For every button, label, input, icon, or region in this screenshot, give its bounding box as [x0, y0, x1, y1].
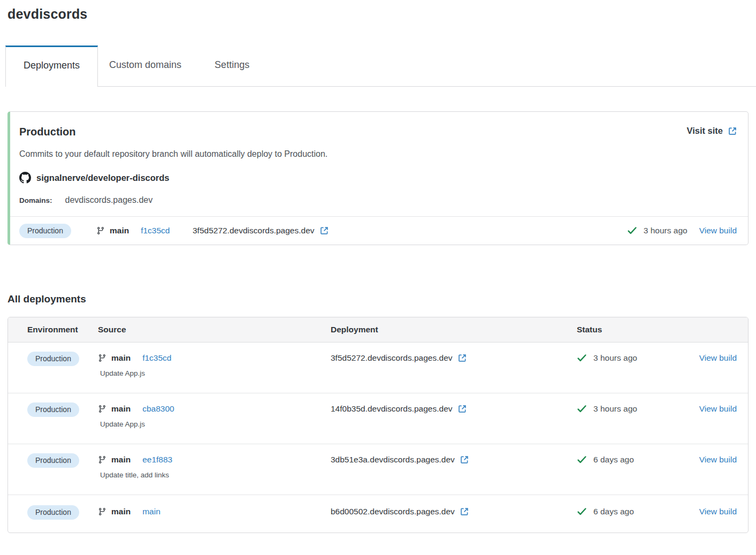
status-cell: 3 hours ago [577, 404, 694, 414]
tab-deployments[interactable]: Deployments [5, 45, 98, 87]
status-cell: 3 hours ago View build [627, 226, 737, 235]
actions-cell: View build [694, 507, 737, 516]
deployment-time: 3 hours ago [644, 226, 688, 235]
production-card-header: Production Visit site [19, 126, 737, 138]
success-check-icon [627, 226, 637, 235]
deployments-table: Environment Source Deployment Status Pro… [7, 317, 749, 533]
tab-settings-label: Settings [215, 59, 249, 70]
table-row: Production main main b6d00502.devdiscord… [8, 495, 748, 533]
column-header-environment: Environment [27, 325, 98, 334]
actions-cell: View build [694, 353, 737, 363]
domains-value: devdiscords.pages.dev [65, 195, 153, 205]
branch-name: main [110, 226, 129, 235]
production-card-body: Production Visit site Commits to your de… [10, 112, 748, 205]
external-link-icon [728, 126, 737, 136]
deployment-url: 3db51e3a.devdiscords.pages.dev [331, 455, 455, 465]
deployment-url-cell: 3f5d5272.devdiscords.pages.dev [331, 353, 577, 363]
actions-cell: View build [694, 455, 737, 465]
deployment-url: 14f0b35d.devdiscords.pages.dev [331, 404, 453, 414]
branch-name: main [111, 455, 131, 465]
commit-link[interactable]: ee1f883 [142, 455, 172, 465]
view-build-link[interactable]: View build [699, 226, 737, 235]
git-branch-icon [98, 405, 106, 413]
git-branch-icon [98, 507, 106, 516]
branch-name: main [111, 353, 131, 363]
commit-link[interactable]: f1c35cd [141, 226, 170, 235]
visit-site-label: Visit site [686, 126, 723, 136]
view-build-link[interactable]: View build [699, 353, 737, 362]
open-deployment-link[interactable] [457, 404, 467, 414]
environment-cell: Production [27, 402, 98, 417]
open-deployment-link[interactable] [319, 226, 329, 235]
actions-cell: View build [694, 404, 737, 414]
status-cell: 3 hours ago [577, 353, 694, 363]
deployment-time: 6 days ago [593, 455, 634, 465]
open-deployment-link[interactable] [460, 455, 469, 465]
success-check-icon [577, 455, 587, 464]
column-header-source: Source [98, 325, 331, 334]
external-link-icon [457, 404, 467, 414]
commit-link[interactable]: main [142, 507, 161, 516]
source-cell: main cba8300 Update App.js [98, 404, 331, 428]
environment-badge: Production [27, 453, 79, 468]
branch-group: main f1c35cd [98, 353, 171, 363]
environment-badge: Production [27, 352, 79, 366]
deployment-time: 3 hours ago [593, 404, 637, 414]
source-cell: main f1c35cd [96, 226, 193, 235]
deployment-url-cell: 3db51e3a.devdiscords.pages.dev [331, 455, 577, 465]
table-row: Production main cba8300 Update App.js 14… [8, 393, 748, 444]
environment-cell: Production [19, 224, 96, 238]
commit-link[interactable]: cba8300 [142, 404, 174, 414]
success-check-icon [577, 405, 587, 413]
commit-message: Update App.js [100, 369, 331, 377]
branch-group: main ee1f883 [98, 455, 172, 465]
environment-badge: Production [19, 224, 71, 238]
status-cell: 6 days ago [577, 455, 694, 465]
view-build-link[interactable]: View build [699, 507, 737, 516]
deployment-url: b6d00502.devdiscords.pages.dev [331, 507, 455, 516]
deployment-url-cell: 14f0b35d.devdiscords.pages.dev [331, 404, 577, 414]
git-branch-icon [98, 354, 106, 362]
deployment-time: 3 hours ago [593, 353, 637, 363]
commit-message: Update title, add links [100, 471, 331, 479]
deployment-url: 3f5d5272.devdiscords.pages.dev [193, 226, 315, 235]
open-deployment-link[interactable] [457, 353, 467, 363]
table-row: Production main f1c35cd Update App.js 3f… [8, 343, 748, 393]
production-description: Commits to your default repository branc… [19, 149, 737, 159]
deployment-url-cell: 3f5d5272.devdiscords.pages.dev [193, 226, 627, 235]
environment-cell: Production [27, 505, 98, 520]
environment-badge: Production [27, 402, 79, 417]
page-title: devdiscords [7, 0, 749, 22]
source-cell: main main [98, 507, 331, 518]
production-title: Production [19, 126, 76, 138]
branch-group: main cba8300 [98, 404, 174, 414]
git-branch-icon [96, 226, 105, 235]
repository-name: signalnerve/developer-discords [36, 173, 170, 183]
open-deployment-link[interactable] [460, 507, 469, 516]
deployment-url-cell: b6d00502.devdiscords.pages.dev [331, 507, 577, 516]
github-icon [19, 172, 31, 184]
tab-custom-domains-label: Custom domains [109, 59, 181, 70]
repository-row: signalnerve/developer-discords [19, 172, 737, 184]
tab-bar: Deployments Custom domains Settings [5, 45, 756, 87]
commit-message: Update App.js [100, 420, 331, 428]
visit-site-link[interactable]: Visit site [686, 126, 737, 136]
external-link-icon [457, 353, 467, 363]
tab-settings[interactable]: Settings [203, 45, 261, 86]
external-link-icon [319, 226, 329, 235]
production-deployment-row: Production main f1c35cd 3f5d5272.devdisc… [10, 216, 748, 245]
view-build-link[interactable]: View build [699, 404, 737, 413]
status-cell: 6 days ago [577, 507, 694, 516]
environment-cell: Production [27, 453, 98, 468]
tab-deployments-label: Deployments [24, 60, 80, 71]
column-header-deployment: Deployment [331, 325, 577, 334]
environment-cell: Production [27, 352, 98, 366]
commit-link[interactable]: f1c35cd [142, 353, 171, 363]
deployment-time: 6 days ago [593, 507, 634, 516]
branch-name: main [111, 404, 131, 414]
tab-custom-domains[interactable]: Custom domains [98, 45, 193, 86]
view-build-link[interactable]: View build [699, 455, 737, 464]
domains-row: Domains: devdiscords.pages.dev [19, 195, 737, 205]
column-header-status: Status [577, 325, 694, 334]
external-link-icon [460, 455, 469, 465]
